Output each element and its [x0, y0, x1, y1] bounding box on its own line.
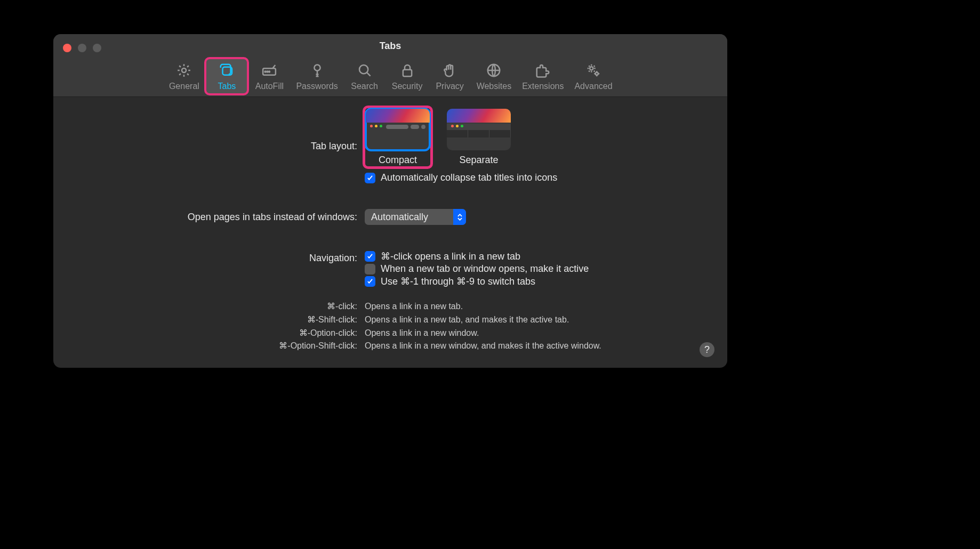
svg-point-0 — [182, 68, 186, 72]
tab-label: Security — [392, 82, 423, 91]
toolbar: Tabs General Tabs AutoFill — [53, 34, 727, 97]
popup-arrows-icon — [453, 209, 466, 225]
help-key: ⌘-click: — [69, 300, 357, 313]
open-pages-label: Open pages in tabs instead of windows: — [69, 212, 357, 223]
svg-point-7 — [359, 65, 368, 74]
tab-search[interactable]: Search — [343, 58, 386, 94]
gears-icon — [584, 61, 603, 79]
svg-point-6 — [314, 64, 320, 70]
auto-collapse-checkbox[interactable] — [365, 173, 375, 183]
tabs-icon — [218, 61, 236, 79]
help-value: Opens a link in a new tab, and makes it … — [365, 313, 711, 327]
svg-point-11 — [596, 72, 598, 75]
svg-point-3 — [265, 71, 266, 72]
tab-layout-label: Tab layout: — [69, 141, 357, 152]
help-row: ⌘-Option-Shift-click: Opens a link in a … — [69, 340, 711, 353]
tab-label: Advanced — [574, 82, 612, 91]
help-row: ⌘-Option-click: Opens a link in a new wi… — [69, 327, 711, 340]
search-icon — [356, 61, 374, 79]
svg-point-4 — [267, 71, 268, 72]
compact-thumbnail — [366, 109, 430, 150]
help-key: ⌘-Option-Shift-click: — [69, 340, 357, 353]
window-title: Tabs — [53, 41, 727, 52]
help-button[interactable]: ? — [700, 342, 714, 357]
open-pages-popup[interactable]: Automatically — [365, 209, 466, 225]
tab-label: Websites — [477, 82, 512, 91]
tab-layout-compact[interactable]: Compact — [365, 108, 431, 167]
tab-label: Search — [351, 82, 378, 91]
gear-icon — [175, 61, 193, 79]
help-icon: ? — [704, 344, 710, 356]
tab-privacy[interactable]: Privacy — [429, 58, 471, 94]
nav-item-label: ⌘-click opens a link in a new tab — [381, 251, 520, 262]
tab-general[interactable]: General — [163, 58, 205, 94]
help-row: ⌘-click: Opens a link in a new tab. — [69, 300, 711, 313]
tab-websites[interactable]: Websites — [471, 58, 517, 94]
open-pages-value: Automatically — [371, 212, 428, 223]
auto-collapse-row: Automatically collapse tab titles into i… — [365, 172, 711, 183]
preferences-window: Tabs General Tabs AutoFill — [53, 34, 727, 368]
tab-security[interactable]: Security — [386, 58, 429, 94]
toolbar-tabbar: General Tabs AutoFill Pass — [53, 58, 727, 96]
svg-point-10 — [590, 67, 593, 70]
tab-label: Privacy — [436, 82, 463, 91]
nav-row-cmd-number: Use ⌘-1 through ⌘-9 to switch tabs — [365, 276, 711, 287]
help-value: Opens a link in a new window, and makes … — [365, 340, 711, 353]
puzzle-icon — [534, 61, 552, 79]
nav-item-label: Use ⌘-1 through ⌘-9 to switch tabs — [381, 276, 535, 287]
tab-label: AutoFill — [255, 82, 284, 91]
auto-collapse-label: Automatically collapse tab titles into i… — [381, 172, 557, 183]
nav-item-label: When a new tab or window opens, make it … — [381, 263, 589, 274]
help-key: ⌘-Shift-click: — [69, 313, 357, 327]
tab-extensions[interactable]: Extensions — [517, 58, 569, 94]
nav-row-make-active: When a new tab or window opens, make it … — [365, 263, 711, 274]
nav-make-active-checkbox[interactable] — [365, 264, 375, 274]
tab-tabs[interactable]: Tabs — [205, 58, 248, 94]
layout-caption: Separate — [459, 155, 498, 166]
tab-label: Passwords — [296, 82, 338, 91]
separate-thumbnail — [447, 109, 511, 150]
hand-icon — [441, 61, 459, 79]
tab-autofill[interactable]: AutoFill — [248, 58, 291, 94]
svg-point-5 — [269, 71, 270, 72]
tab-advanced[interactable]: Advanced — [569, 58, 617, 94]
nav-cmd-click-checkbox[interactable] — [365, 251, 375, 262]
tab-layout-options: Compact Separate — [365, 108, 711, 167]
nav-cmd-number-checkbox[interactable] — [365, 276, 375, 287]
tab-label: Extensions — [522, 82, 564, 91]
help-value: Opens a link in a new window. — [365, 327, 711, 340]
tab-passwords[interactable]: Passwords — [291, 58, 343, 94]
help-value: Opens a link in a new tab. — [365, 300, 711, 313]
svg-rect-8 — [403, 70, 412, 77]
help-row: ⌘-Shift-click: Opens a link in a new tab… — [69, 313, 711, 327]
nav-row-cmd-click: ⌘-click opens a link in a new tab — [365, 251, 711, 262]
content: Tab layout: Compact — [53, 97, 727, 368]
tab-layout-separate[interactable]: Separate — [446, 108, 512, 167]
key-icon — [308, 61, 326, 79]
globe-icon — [485, 61, 503, 79]
tab-label: General — [169, 82, 199, 91]
navigation-label: Navigation: — [69, 249, 357, 264]
help-key: ⌘-Option-click: — [69, 327, 357, 340]
tab-label: Tabs — [218, 82, 236, 91]
autofill-icon — [260, 61, 278, 79]
lock-icon — [398, 61, 416, 79]
layout-caption: Compact — [379, 155, 417, 166]
